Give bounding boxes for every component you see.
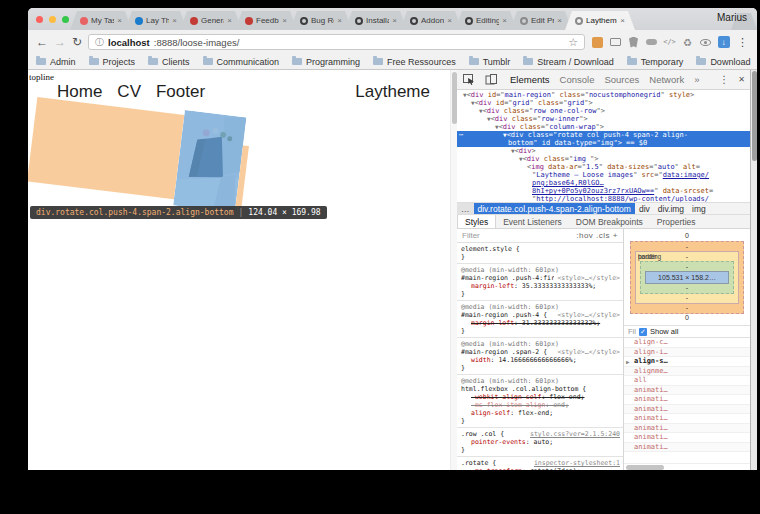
forward-button[interactable]: →	[54, 36, 66, 48]
show-all-checkbox[interactable]: ✓	[639, 328, 647, 336]
computed-property[interactable]: animati…	[624, 395, 750, 405]
devtools-scrollbar-thumb[interactable]	[752, 71, 757, 161]
sidebar-tab-event-listeners[interactable]: Event Listeners	[496, 215, 569, 228]
rule-selector[interactable]: .rotate {	[461, 459, 531, 467]
orange-box-icon[interactable]	[591, 36, 604, 49]
inspect-element-icon[interactable]	[462, 73, 476, 86]
rule-selector[interactable]: html.flexbox .col.align-bottom {	[461, 385, 620, 393]
reload-button[interactable]: ↻	[72, 36, 82, 48]
computed-property[interactable]: animati…	[624, 386, 750, 396]
devtools-close-icon[interactable]: ✕	[738, 75, 745, 84]
highlighted-image[interactable]	[173, 110, 246, 213]
tree-node[interactable]: ▼<div class="row-inner">	[457, 115, 750, 123]
tab-close-icon[interactable]: ×	[502, 16, 507, 25]
tab-close-icon[interactable]: ×	[392, 16, 397, 25]
tree-node[interactable]: ▼<div class="row one-col-row">	[457, 107, 750, 115]
devtools-tab-elements[interactable]: Elements	[510, 74, 550, 85]
bookmark-star-icon[interactable]: ☆	[568, 36, 578, 49]
rule-selector[interactable]: #main-region .push-4:first-child {	[461, 274, 554, 282]
computed-property[interactable]: align-c…	[624, 338, 750, 348]
close-window-button[interactable]	[36, 16, 43, 23]
bookmark-item[interactable]: Projects	[89, 57, 136, 67]
browser-tab[interactable]: Bug Repo×	[290, 11, 352, 30]
devtools-scrollbar[interactable]	[750, 70, 757, 470]
tree-node[interactable]: ▼<div id="grid" class="grid">	[457, 99, 750, 107]
bookmark-item[interactable]: Free Ressources	[373, 57, 456, 67]
computed-property[interactable]: align-i…	[624, 348, 750, 358]
devtools-tab-sources[interactable]: Sources	[604, 74, 639, 85]
rule-selector[interactable]: element.style {	[461, 245, 620, 253]
shield-icon[interactable]	[627, 36, 640, 49]
css-declaration[interactable]: margin-left: 31.333333333333332%;	[461, 319, 620, 327]
browser-tab[interactable]: Editing (I×	[455, 11, 517, 30]
nav-link[interactable]: CV	[117, 82, 141, 102]
devtools-tab-[interactable]: »	[694, 74, 699, 85]
bookmark-item[interactable]: Temporary	[627, 57, 684, 67]
bookmark-item[interactable]: Download	[696, 57, 750, 67]
tree-node[interactable]: ▼<div class="column-wrap">	[457, 123, 750, 131]
computed-filter-input[interactable]: Filter	[628, 327, 636, 336]
overflow-dots-icon[interactable]: ⋯	[459, 131, 463, 139]
browser-tab[interactable]: General L×	[180, 11, 242, 30]
box-model-diagram[interactable]: 0 - border - padding - 105.531 × 158.2…	[624, 229, 750, 325]
tab-close-icon[interactable]: ×	[447, 16, 452, 25]
back-button[interactable]: ←	[36, 36, 48, 48]
tree-node[interactable]: ▼<div class="img ">	[457, 155, 750, 163]
browser-menu-icon[interactable]: ⋮	[736, 36, 749, 49]
bookmark-item[interactable]: Admin	[36, 57, 76, 67]
bookmark-item[interactable]: Clients	[148, 57, 190, 67]
css-declaration[interactable]: width: 14.166666666666666%;	[461, 356, 620, 364]
sidebar-tab-styles[interactable]: Styles	[457, 215, 496, 228]
rule-source-link[interactable]: style.css?ver=2.1.5:240	[530, 430, 620, 438]
computed-property[interactable]: all	[624, 376, 750, 386]
breadcrumb-item[interactable]: div.img	[654, 204, 688, 214]
bookmark-item[interactable]: Tumblr	[469, 57, 511, 67]
profile-name[interactable]: Marius	[717, 12, 747, 23]
computed-property[interactable]: animati…	[624, 405, 750, 415]
computed-property[interactable]: animati…	[624, 433, 750, 443]
bookmark-item[interactable]: Programming	[292, 57, 360, 67]
tab-close-icon[interactable]: ×	[227, 16, 232, 25]
css-declaration[interactable]: -webkit-align-self: flex-end;	[461, 393, 620, 401]
bookmark-item[interactable]: Communication	[203, 57, 280, 67]
browser-tab[interactable]: Laytheme×	[565, 11, 635, 30]
tab-close-icon[interactable]: ×	[337, 16, 342, 25]
tab-close-icon[interactable]: ×	[557, 16, 562, 25]
computed-scrollbar-thumb[interactable]	[626, 465, 664, 470]
browser-tab[interactable]: Edit Proj×	[510, 11, 572, 30]
tree-node[interactable]: <img data-ar="1.5" data-sizes="auto" alt…	[457, 163, 750, 202]
computed-property[interactable]: animati…	[624, 424, 750, 434]
browser-tab[interactable]: Feedbac×	[235, 11, 297, 30]
breadcrumb-item[interactable]: img	[688, 204, 710, 214]
css-declaration[interactable]: -ms-transform: rotate(7deg);	[461, 467, 620, 470]
tab-close-icon[interactable]: ×	[172, 16, 177, 25]
rule-selector[interactable]: .row .col {	[461, 430, 527, 438]
css-declaration[interactable]: align-self: flex-end;	[461, 409, 620, 417]
tree-node-selected[interactable]: ⋯▼<div class="rotate col push-4 span-2 a…	[457, 131, 750, 147]
browser-tab[interactable]: Addons |×	[400, 11, 462, 30]
sidebar-tab-dom-breakpoints[interactable]: DOM Breakpoints	[569, 215, 650, 228]
code-icon[interactable]: </>	[663, 36, 676, 49]
browser-tab[interactable]: Lay Ther×	[125, 11, 187, 30]
breadcrumb-item[interactable]: …	[457, 203, 474, 214]
brand-link[interactable]: Laytheme	[355, 82, 430, 102]
breadcrumb-item[interactable]: div.rotate.col.push-4.span-2.align-botto…	[474, 203, 635, 214]
computed-property[interactable]: animati…	[624, 414, 750, 424]
eye-icon[interactable]	[699, 36, 712, 49]
recycle-icon[interactable]: ♻	[681, 36, 694, 49]
cast-icon[interactable]	[609, 36, 622, 49]
styles-toggles[interactable]: :hov .cls +	[576, 231, 618, 240]
browser-tab[interactable]: My Tasks×	[70, 11, 132, 30]
devtools-tab-console[interactable]: Console	[560, 74, 595, 85]
css-declaration[interactable]: margin-left: 35.33333333333333%;	[461, 282, 620, 290]
computed-property[interactable]: animati…	[624, 443, 750, 453]
nav-link[interactable]: Footer	[156, 82, 205, 102]
css-declaration[interactable]: pointer-events: auto;	[461, 438, 620, 446]
computed-property[interactable]: alignme…	[624, 367, 750, 377]
tab-close-icon[interactable]: ×	[620, 16, 625, 25]
browser-tab[interactable]: Installati×	[345, 11, 407, 30]
devtools-tab-network[interactable]: Network	[649, 74, 684, 85]
minimize-window-button[interactable]	[49, 16, 56, 23]
cloud-icon[interactable]	[645, 36, 658, 49]
css-declaration[interactable]: -ms-flex-item-align: end;	[461, 401, 620, 409]
